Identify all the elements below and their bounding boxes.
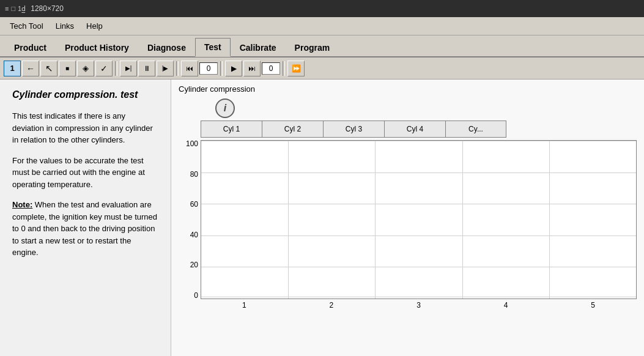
back-arrow-icon: ← [26, 64, 35, 73]
fast-forward-icon: ⏩ [292, 64, 301, 73]
cyl3-header: Cyl 3 [323, 121, 384, 138]
chart-grid-container: 1 2 3 4 5 [201, 140, 637, 310]
tab-calibrate[interactable]: Calibrate [231, 39, 286, 57]
cyl2-header: Cyl 2 [262, 121, 323, 138]
pause-button[interactable]: ⏸ [138, 61, 155, 76]
y-label-100: 100 [186, 140, 198, 147]
play-button[interactable]: ▶ [225, 61, 242, 76]
info-circle-icon: i [215, 98, 235, 118]
chart-area: 100 80 60 40 20 0 [179, 140, 637, 310]
separator-1 [115, 61, 117, 76]
tab-diagnose[interactable]: Diagnose [138, 39, 195, 57]
y-label-40: 40 [190, 231, 198, 239]
skip-end-button[interactable]: ⏭ [243, 61, 261, 76]
col-line-3 [462, 141, 463, 299]
y-axis: 100 80 60 40 20 0 [179, 140, 201, 299]
y-label-80: 80 [190, 171, 198, 178]
check-icon: ✓ [100, 64, 108, 73]
back-button[interactable]: ← [22, 61, 39, 76]
nav-tabs: Product Product History Diagnose Test Ca… [0, 35, 644, 57]
left-panel: Cylinder compression. test This test ind… [0, 80, 171, 356]
menu-icon[interactable]: ≡ [5, 5, 9, 12]
separator-2 [176, 61, 179, 76]
title-bar: ≡ □ 1d̲ 1280×720 [0, 0, 644, 17]
info-letter: i [224, 103, 226, 114]
window-dimensions: 1280×720 [31, 4, 64, 13]
toolbar-input-2[interactable] [262, 62, 280, 75]
x-axis: 1 2 3 4 5 [201, 301, 637, 310]
x-label-2: 2 [288, 301, 376, 310]
menu-tech-tool[interactable]: Tech Tool [4, 19, 50, 33]
title-bar-icons: ≡ □ 1d̲ [5, 5, 26, 13]
tab-test[interactable]: Test [195, 38, 231, 57]
y-label-60: 60 [190, 201, 198, 208]
info-icon: 1 [10, 64, 14, 73]
grid-line-60 [201, 204, 636, 204]
check-button[interactable]: ✓ [95, 61, 113, 76]
window-icon: □ [11, 5, 15, 12]
note-text: When the test and evaluation are complet… [12, 200, 157, 257]
tab-product[interactable]: Product [5, 39, 56, 57]
fast-forward-button[interactable]: ⏩ [287, 61, 305, 76]
separator-3 [220, 61, 223, 76]
grid-line-80 [201, 172, 636, 173]
x-label-3: 3 [375, 301, 462, 310]
cyl1-header: Cyl 1 [201, 121, 262, 138]
skip-end-icon: ⏭ [248, 64, 256, 73]
window-id: 1d̲ [18, 5, 26, 13]
right-panel-title: Cylinder compression [179, 84, 637, 94]
col-line-2 [375, 141, 376, 299]
note-label: Note: [12, 200, 32, 209]
y-label-0: 0 [194, 292, 198, 299]
sensor-button[interactable]: ◈ [77, 61, 94, 76]
col-line-1 [288, 141, 289, 299]
skip-start-icon: ⏮ [186, 64, 193, 73]
stop-button[interactable]: ■ [59, 61, 76, 76]
toolbar-input-1[interactable] [199, 62, 218, 75]
panel-paragraph1: This test indicates if there is any devi… [12, 110, 158, 146]
pointer-button[interactable]: ↖ [40, 61, 57, 76]
stop-icon: ■ [65, 65, 69, 72]
step-back-small-icon: |▶ [162, 65, 169, 72]
tab-program[interactable]: Program [286, 39, 339, 57]
menu-help[interactable]: Help [80, 19, 109, 33]
panel-title: Cylinder compression. test [12, 89, 158, 100]
grid-line-40 [201, 235, 636, 236]
y-label-20: 20 [190, 261, 198, 269]
chart-grid [201, 140, 637, 299]
tab-product-history[interactable]: Product History [56, 39, 138, 57]
play-icon: ▶ [231, 64, 237, 73]
separator-4 [283, 61, 285, 76]
cylinder-header-row: Cyl 1 Cyl 2 Cyl 3 Cyl 4 Cy... [179, 121, 637, 138]
cyl4-header: Cyl 4 [384, 121, 445, 138]
main-content: Cylinder compression. test This test ind… [0, 80, 644, 356]
step-back-small-button[interactable]: |▶ [157, 61, 174, 76]
x-label-5: 5 [549, 301, 637, 310]
sensor-icon: ◈ [83, 64, 89, 73]
panel-note: Note: When the test and evaluation are c… [12, 199, 158, 259]
toolbar: 1 ← ↖ ■ ◈ ✓ ▶| ⏸ |▶ ⏮ ▶ ⏭ [0, 57, 644, 80]
col-line-4 [549, 141, 550, 299]
menu-bar: Tech Tool Links Help [0, 17, 644, 35]
grid-line-20 [201, 267, 636, 267]
info-icon-area: i [179, 98, 637, 118]
pointer-icon: ↖ [45, 63, 53, 74]
menu-links[interactable]: Links [50, 19, 80, 33]
x-label-4: 4 [462, 301, 550, 310]
step-forward-icon: ▶| [125, 65, 132, 72]
grid-line-100 [201, 141, 636, 141]
grid-line-0 [201, 297, 636, 297]
cyl5-header: Cy... [445, 121, 506, 138]
panel-paragraph2: For the values to be accurate the test m… [12, 155, 158, 191]
pause-icon: ⏸ [143, 64, 150, 73]
info-button[interactable]: 1 [4, 61, 21, 76]
skip-start-button[interactable]: ⏮ [181, 61, 198, 76]
x-label-1: 1 [201, 301, 288, 310]
right-panel: Cylinder compression i Cyl 1 Cyl 2 Cyl 3… [171, 80, 644, 356]
step-forward-button[interactable]: ▶| [120, 61, 137, 76]
